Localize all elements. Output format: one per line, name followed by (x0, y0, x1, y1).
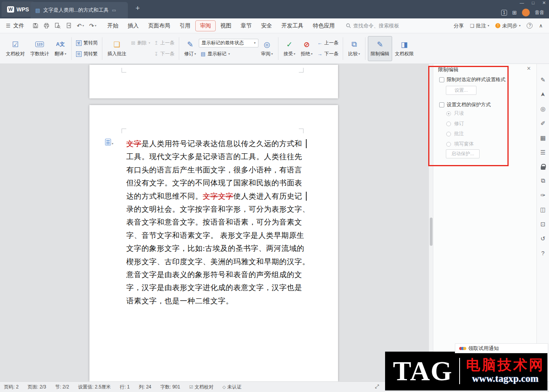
collapse-ribbon-button[interactable]: ∧ (539, 23, 543, 29)
message-badge[interactable]: 1 (501, 10, 507, 16)
menu-item-10[interactable]: 特色应用 (308, 20, 340, 31)
translate-button[interactable]: A文 翻译▾ (52, 36, 69, 61)
save-icon[interactable] (33, 23, 38, 29)
menu-item-3[interactable]: 页面布局 (144, 20, 175, 31)
vertical-scrollbar[interactable] (429, 64, 433, 381)
doc-line[interactable]: 工具。现代文字大多是记录语言的工具。人类往往先 (126, 150, 304, 163)
panel-close-button[interactable]: ✕ (527, 65, 531, 71)
comment-mode-button[interactable]: ❑批注▾ (470, 22, 489, 29)
compare-button[interactable]: ⧉ 比较▾ (345, 36, 363, 61)
screenshot-icon[interactable]: ⊡ (540, 221, 545, 228)
status-proofing-button[interactable]: ☑文档校对 (189, 384, 213, 390)
doc-line[interactable]: 录的文明社会。文字按字音和字形，可分为表形文字、 (126, 203, 304, 216)
file-menu[interactable]: ☰ 文件 (0, 22, 30, 29)
menu-item-6[interactable]: 视图 (216, 20, 236, 31)
redo-button[interactable]: ↷▾ (89, 22, 96, 29)
doc-line[interactable]: 有口头的语言后产生书面文字，很多小语种，有语言 (126, 163, 304, 176)
trad-to-simp-button[interactable]: 繁繁转简 (74, 38, 100, 47)
radio-button-read-only[interactable] (446, 111, 451, 116)
wps-menu-button[interactable]: W WPS (2, 2, 35, 17)
help-button[interactable]: ? (527, 23, 533, 29)
history-icon[interactable]: ↺ (540, 235, 545, 242)
username[interactable]: 音音 (535, 9, 544, 16)
table-icon[interactable]: ▦ (540, 134, 545, 142)
doc-line[interactable]: 达的方式和思维不同。文字文字使人类进入有历史记 (126, 190, 304, 203)
highlighter-icon[interactable]: ✐ (540, 120, 545, 127)
user-avatar[interactable] (522, 9, 530, 16)
print-preview-icon[interactable] (55, 23, 61, 29)
review-button[interactable]: ◎ 审阅▾ (258, 36, 276, 61)
menu-item-1[interactable]: 开始 (103, 20, 123, 31)
doc-line[interactable]: 字，汉字是由表形文字进化成的表意文字，汉字也是 (126, 281, 304, 294)
tab-status-icon[interactable]: ▭ (112, 8, 116, 13)
doc-line[interactable]: 意音文字是由表义的象形符号和表音的声旁组成的文 (126, 268, 304, 281)
next-change-button[interactable]: →下一条 (315, 49, 340, 58)
accept-change-button[interactable]: ✓ 接受▾ (281, 36, 298, 61)
undo-button[interactable]: ↶▾ (77, 22, 84, 29)
close-button[interactable]: ✕ (542, 0, 546, 5)
word-count-button[interactable]: 123 字数统计 (27, 36, 52, 61)
menu-item-9[interactable]: 开发工具 (277, 20, 308, 31)
show-markup-button[interactable]: ▤显示标记▾ (199, 49, 258, 58)
trial-notification[interactable]: 领取试用通知 (455, 343, 548, 353)
protection-mode-checkbox[interactable] (439, 102, 444, 107)
doc-line[interactable]: 语素文字，也是一种二维文字。 (126, 294, 304, 307)
scrollbar-thumb[interactable] (430, 218, 433, 246)
protection-mode-row[interactable]: 设置文档的保护方式 (439, 102, 491, 108)
protection-radio-comment[interactable]: 批注 (446, 131, 474, 137)
status-word-count[interactable]: 字数: 901 (160, 384, 180, 390)
new-tab-button[interactable]: + (133, 4, 142, 13)
document-tab[interactable]: ▤ 文字是人类用...的方式和工具 ▭ (31, 2, 128, 18)
columns-icon[interactable]: ◫ (540, 206, 545, 213)
protection-radio-revision[interactable]: 修订 (446, 120, 474, 127)
export-icon[interactable] (66, 23, 72, 29)
prev-change-button[interactable]: ←上一条 (315, 38, 340, 47)
menu-item-8[interactable]: 安全 (256, 20, 277, 31)
style-restrict-row[interactable]: 限制对选定的样式设置格式 (439, 76, 505, 83)
radio-button-revision[interactable] (446, 122, 451, 126)
maximize-button[interactable]: □ (532, 0, 534, 5)
share-button[interactable]: 分享 (454, 22, 464, 29)
sync-status-button[interactable]: !未同步▾ (495, 22, 520, 29)
doc-line[interactable]: 文字是人类用符号记录表达信息以传之久远的方式和 (126, 137, 304, 150)
protection-radio-read-only[interactable]: 只读 (446, 110, 474, 117)
doc-proofing-button[interactable]: ☑ 文档校对 (3, 36, 27, 61)
radio-button-comment[interactable] (446, 132, 451, 136)
reject-change-button[interactable]: ⊘ 拒绝▾ (298, 36, 315, 61)
start-protection-button[interactable]: 启动保护... (446, 149, 480, 158)
doc-line[interactable]: 文字的象形文字，比如:古埃及的圣书字、两河流域的 (126, 242, 304, 255)
comment-pen-icon[interactable]: ✎ (540, 76, 545, 83)
lock-icon[interactable] (541, 166, 545, 170)
protection-radio-fill-form[interactable]: 填写窗体 (446, 141, 474, 147)
restrict-editing-button[interactable]: ✎ 限制编辑 (368, 36, 392, 61)
status-cert-button[interactable]: ◇未认证 (222, 384, 241, 390)
apps-grid-icon[interactable]: ⊞ (512, 9, 517, 16)
undo-caret-icon[interactable]: ▾ (82, 24, 84, 27)
document-area[interactable]: ▾ 文字是人类用符号记录表达信息以传之久远的方式和工具。现代文字大多是记录语言的… (0, 64, 429, 381)
minimize-button[interactable]: — (520, 0, 524, 5)
menu-item-2[interactable]: 插入 (123, 20, 144, 31)
doc-line[interactable]: 楔形文字、古印度文字、美洲的玛雅文和早期的汉字。 (126, 255, 304, 268)
paragraph-layout-button[interactable]: ▾ (105, 139, 113, 145)
doc-line[interactable]: 表音文字和意音文字。按语音和语素，可分为音素文 (126, 216, 304, 229)
menu-item-5[interactable]: 审阅 (195, 20, 216, 31)
settings-button[interactable]: 设置... (446, 86, 476, 95)
prev-comment-button[interactable]: ↥上一条 (152, 38, 176, 47)
simp-to-trad-button[interactable]: 简简转繁 (74, 49, 100, 58)
select-cursor-icon[interactable]: ➤ (539, 92, 546, 97)
print-icon[interactable] (44, 23, 49, 29)
doc-line[interactable]: 但没有文字。文字的不同体现了国家和民族的书面表 (126, 176, 304, 189)
adjust-settings-icon[interactable]: ☰ (540, 149, 545, 156)
markup-state-dropdown[interactable]: 显示标记的最终状态▾ (199, 39, 258, 47)
menu-item-7[interactable]: 章节 (236, 20, 256, 31)
track-changes-button[interactable]: ✎ 修订▾ (182, 36, 199, 61)
help-icon[interactable]: ? (541, 250, 544, 256)
lasso-select-icon[interactable]: ◎ (540, 105, 545, 113)
fullscreen-icon[interactable]: ⤢ (375, 383, 379, 390)
delete-comment-button[interactable]: ⊠删除▾ (129, 38, 152, 47)
doc-permission-button[interactable]: ◨ 文档权限 (392, 36, 416, 61)
doc-line[interactable]: 字、音节文字和语素文字。 表形文字是人类早期原生 (126, 229, 304, 242)
signature-icon[interactable]: ✑ (540, 192, 545, 199)
next-comment-button[interactable]: ↧下一条 (152, 49, 176, 58)
redo-caret-icon[interactable]: ▾ (95, 24, 96, 27)
